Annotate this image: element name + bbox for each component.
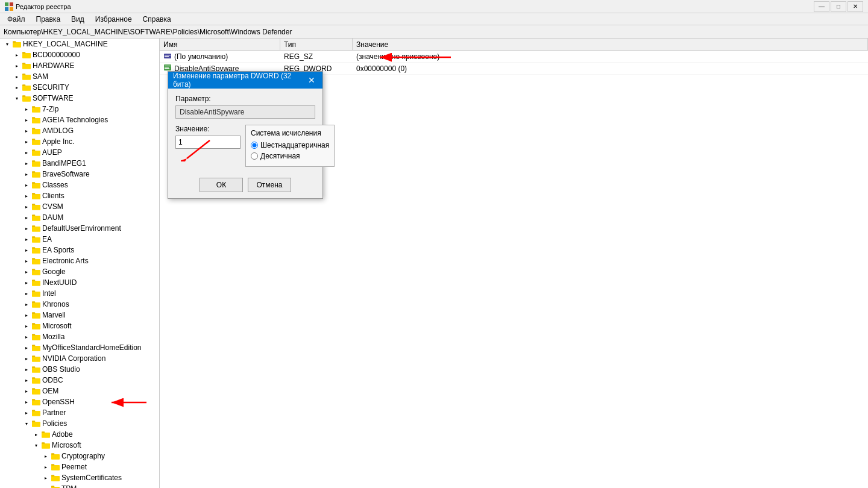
tree-expander[interactable]: ▸: [22, 224, 31, 233]
tree-expander[interactable]: ▸: [22, 332, 31, 342]
tree-expander[interactable]: ▸: [22, 148, 31, 157]
tree-item[interactable]: ▾ HKEY_LOCAL_MACHINE: [0, 39, 159, 49]
menu-file[interactable]: Файл: [2, 14, 30, 25]
tree-expander[interactable]: ▸: [22, 158, 31, 168]
tree-item[interactable]: ▸ HARDWARE: [0, 60, 159, 71]
tree-item[interactable]: ▸ Cryptography: [0, 451, 159, 461]
tree-expander[interactable]: ▾: [2, 39, 12, 49]
tree-item[interactable]: ▸ OpenSSH: [0, 396, 159, 407]
tree-item[interactable]: ▸ TPM: [0, 483, 159, 488]
dialog-close-button[interactable]: ✕: [306, 74, 318, 86]
tree-item[interactable]: ▸ Adobe: [0, 429, 159, 440]
tree-item[interactable]: ▸ OEM: [0, 386, 159, 396]
tree-expander[interactable]: ▸: [22, 169, 31, 179]
tree-item[interactable]: ▸ SAM: [0, 71, 159, 82]
menu-favorites[interactable]: Избранное: [90, 14, 137, 25]
tree-item[interactable]: ▸ AUEP: [0, 147, 159, 158]
tree-panel[interactable]: ▾ HKEY_LOCAL_MACHINE▸ BCD00000000▸ HARDW…: [0, 39, 160, 488]
tree-item[interactable]: ▸ Apple Inc.: [0, 136, 159, 147]
tree-expander[interactable]: ▸: [12, 50, 22, 60]
tree-item[interactable]: ▾ Policies: [0, 418, 159, 429]
tree-expander[interactable]: ▸: [22, 397, 31, 407]
registry-row[interactable]: (По умолчанию)REG_SZ(значение не присвое…: [160, 51, 868, 63]
tree-item[interactable]: ▸ DefaultUserEnvironment: [0, 223, 159, 234]
tree-expander[interactable]: ▸: [22, 104, 31, 114]
tree-expander[interactable]: ▸: [31, 430, 41, 439]
tree-item[interactable]: ▸ DAUM: [0, 212, 159, 223]
tree-expander[interactable]: ▾: [22, 419, 31, 428]
tree-expander[interactable]: ▸: [22, 375, 31, 385]
minimize-button[interactable]: —: [814, 1, 829, 12]
maximize-button[interactable]: □: [831, 1, 846, 12]
tree-expander[interactable]: ▸: [22, 278, 31, 287]
tree-expander[interactable]: ▸: [22, 126, 31, 136]
tree-expander[interactable]: ▸: [22, 234, 31, 244]
radio-hex[interactable]: [251, 142, 258, 149]
tree-item[interactable]: ▸ AMDLOG: [0, 125, 159, 136]
tree-item[interactable]: ▸ OBS Studio: [0, 364, 159, 375]
tree-expander[interactable]: ▸: [22, 213, 31, 222]
tree-item[interactable]: ▸ CVSM: [0, 201, 159, 212]
tree-expander[interactable]: ▸: [41, 473, 51, 483]
tree-item[interactable]: ▸ Partner: [0, 407, 159, 418]
tree-expander[interactable]: ▸: [22, 267, 31, 277]
tree-expander[interactable]: ▸: [22, 321, 31, 331]
tree-item[interactable]: ▾ Microsoft: [0, 440, 159, 451]
tree-expander[interactable]: ▸: [22, 191, 31, 201]
radio-dec[interactable]: [251, 152, 258, 160]
tree-expander[interactable]: ▸: [22, 180, 31, 190]
tree-item[interactable]: ▸ NVIDIA Corporation: [0, 353, 159, 364]
tree-item[interactable]: ▸ Google: [0, 266, 159, 277]
ok-button[interactable]: ОК: [200, 178, 243, 192]
menu-edit[interactable]: Правка: [31, 14, 66, 25]
tree-expander[interactable]: ▸: [41, 484, 51, 488]
tree-item[interactable]: ▸ ODBC: [0, 375, 159, 386]
tree-item[interactable]: ▸ Electronic Arts: [0, 255, 159, 266]
tree-item[interactable]: ▸ 7-Zip: [0, 104, 159, 114]
tree-item[interactable]: ▸ INextUUID: [0, 277, 159, 288]
tree-expander[interactable]: ▸: [22, 343, 31, 352]
tree-expander[interactable]: ▾: [12, 93, 22, 103]
tree-expander[interactable]: ▸: [22, 115, 31, 125]
tree-expander[interactable]: ▸: [22, 299, 31, 309]
menu-view[interactable]: Вид: [66, 14, 89, 25]
tree-expander[interactable]: ▸: [22, 137, 31, 146]
tree-expander[interactable]: ▸: [41, 462, 51, 472]
tree-item[interactable]: ▸ Intel: [0, 288, 159, 299]
tree-item[interactable]: ▸ BraveSoftware: [0, 169, 159, 180]
tree-expander[interactable]: ▸: [22, 289, 31, 298]
tree-item[interactable]: ▸ BandiMPEG1: [0, 158, 159, 169]
tree-item[interactable]: ▸ Khronos: [0, 299, 159, 310]
tree-expander[interactable]: ▸: [22, 245, 31, 255]
tree-expander[interactable]: ▾: [31, 440, 41, 450]
tree-expander[interactable]: ▸: [22, 310, 31, 320]
tree-item[interactable]: ▸ Clients: [0, 190, 159, 201]
tree-expander[interactable]: ▸: [12, 83, 22, 92]
tree-expander[interactable]: ▸: [22, 386, 31, 396]
dword-dialog[interactable]: Изменение параметра DWORD (32 бита) ✕ Па…: [168, 71, 323, 199]
tree-item[interactable]: ▸ AGEIA Technologies: [0, 114, 159, 125]
tree-item[interactable]: ▸ Marvell: [0, 310, 159, 321]
tree-item[interactable]: ▸ Microsoft: [0, 321, 159, 331]
tree-expander[interactable]: ▸: [12, 72, 22, 81]
tree-item[interactable]: ▸ Classes: [0, 180, 159, 190]
tree-expander[interactable]: ▸: [22, 354, 31, 363]
tree-item[interactable]: ▸ SystemCertificates: [0, 472, 159, 483]
tree-item[interactable]: ▸ EA: [0, 234, 159, 245]
tree-item[interactable]: ▸ EA Sports: [0, 245, 159, 255]
menu-help[interactable]: Справка: [138, 14, 176, 25]
value-input[interactable]: [175, 136, 241, 149]
tree-item[interactable]: ▸ Mozilla: [0, 331, 159, 342]
cancel-button[interactable]: Отмена: [248, 178, 291, 192]
tree-expander[interactable]: ▸: [12, 61, 22, 70]
tree-expander[interactable]: ▸: [22, 202, 31, 211]
tree-expander[interactable]: ▸: [22, 408, 31, 418]
tree-item[interactable]: ▸ SECURITY: [0, 82, 159, 93]
tree-item[interactable]: ▸ Peernet: [0, 461, 159, 472]
close-button[interactable]: ✕: [848, 1, 863, 12]
tree-item[interactable]: ▸ MyOfficeStandardHomeEdition: [0, 342, 159, 353]
tree-expander[interactable]: ▸: [41, 451, 51, 461]
tree-item[interactable]: ▸ BCD00000000: [0, 49, 159, 60]
tree-expander[interactable]: ▸: [22, 256, 31, 266]
tree-expander[interactable]: ▸: [22, 364, 31, 374]
